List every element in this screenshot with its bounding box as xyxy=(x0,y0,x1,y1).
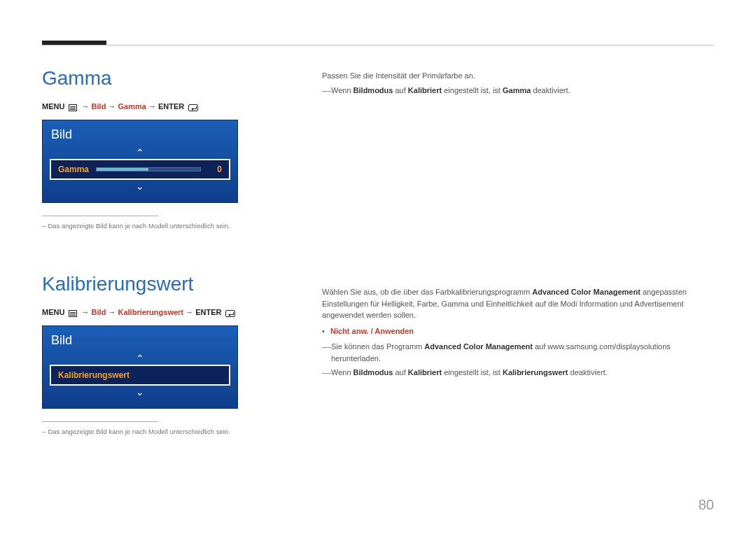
nav-path-gamma: MENU → Bild → Gamma → ENTER xyxy=(42,102,315,111)
enter-icon xyxy=(188,103,198,111)
nav-enter-label: ENTER xyxy=(158,102,184,111)
nav-item-bild: Bild xyxy=(92,102,106,111)
nav-item-gamma: Gamma xyxy=(118,102,146,111)
section-title-gamma: Gamma xyxy=(42,67,315,90)
menu-icon xyxy=(69,309,77,317)
nav-item-kalib: Kalibrierungswert xyxy=(118,308,183,316)
gamma-slider[interactable]: Gamma xyxy=(58,164,201,174)
slider-fill xyxy=(97,168,148,171)
menu-icon xyxy=(69,103,77,111)
kalib-description: Wählen Sie aus, ob die über das Farbkali… xyxy=(322,286,714,379)
footnote-kalib: ― Das angezeigte Bild kann je nach Model… xyxy=(42,428,315,435)
nav-item-bild: Bild xyxy=(92,308,106,316)
gamma-description: Passen Sie die Intensität der Primärfarb… xyxy=(322,70,714,96)
osd-panel-gamma: Bild ⌃ Gamma 0 ⌄ xyxy=(42,120,238,203)
osd-panel-kalib: Bild ⌃ Kalibrierungswert ⌄ xyxy=(42,325,238,409)
nav-menu-label: MENU xyxy=(42,102,64,111)
gamma-desc-main: Passen Sie die Intensität der Primärfarb… xyxy=(322,70,714,82)
divider xyxy=(42,216,158,216)
divider xyxy=(42,421,158,422)
slider-track[interactable] xyxy=(96,167,201,171)
chevron-up-icon[interactable]: ⌃ xyxy=(43,352,237,365)
kalib-note1: ― Sie können das Programm Advanced Color… xyxy=(322,341,714,364)
enter-icon xyxy=(225,309,235,317)
gamma-desc-note: ― Wenn Bildmodus auf Kalibriert eingeste… xyxy=(322,85,714,97)
osd-row-kalib[interactable]: Kalibrierungswert xyxy=(50,365,230,386)
page-number: 80 xyxy=(699,497,714,513)
section-title-kalib: Kalibrierungswert xyxy=(42,273,315,295)
osd-panel-title: Bild xyxy=(43,326,237,352)
chevron-up-icon[interactable]: ⌃ xyxy=(43,146,237,159)
kalib-desc-line1: Wählen Sie aus, ob die über das Farbkali… xyxy=(322,286,714,321)
kalib-note2: ― Wenn Bildmodus auf Kalibriert eingeste… xyxy=(322,367,714,379)
osd-row-label: Kalibrierungswert xyxy=(58,370,130,380)
kalib-options: Nicht anw. / Anwenden xyxy=(322,325,714,337)
osd-row-label: Gamma xyxy=(58,164,89,174)
chevron-down-icon[interactable]: ⌄ xyxy=(43,386,237,398)
nav-menu-label: MENU xyxy=(42,308,64,316)
chevron-down-icon[interactable]: ⌄ xyxy=(43,180,237,192)
nav-enter-label: ENTER xyxy=(195,308,221,316)
section-kalib: Kalibrierungswert MENU → Bild → Kalibrie… xyxy=(42,273,315,435)
nav-path-kalib: MENU → Bild → Kalibrierungswert → ENTER xyxy=(42,308,315,317)
footnote-gamma: ― Das angezeigte Bild kann je nach Model… xyxy=(42,222,315,230)
section-gamma: Gamma MENU → Bild → Gamma → ENTER Bild ⌃ xyxy=(42,67,315,230)
osd-row-gamma[interactable]: Gamma 0 xyxy=(50,159,230,180)
osd-row-value: 0 xyxy=(201,164,222,174)
osd-panel-title: Bild xyxy=(43,120,237,146)
